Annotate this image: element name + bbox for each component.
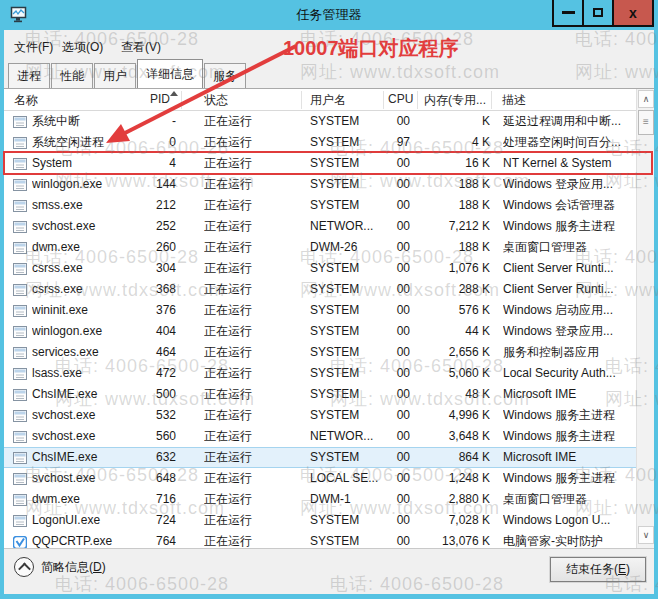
maximize-button[interactable] (582, 0, 614, 27)
status-bar: 简略信息(D) 结束任务(E) (4, 548, 654, 594)
process-pid: 716 (122, 489, 176, 510)
chevron-up-icon: ∧ (643, 94, 650, 104)
process-status: 正在运行 (204, 489, 304, 510)
window-chrome: 文件(F) 选项(O) 查看(V) 进程 性能 用户 详细信息 服务 (4, 30, 654, 88)
end-task-button[interactable]: 结束任务(E) (550, 557, 646, 582)
menu-item-options[interactable]: 选项(O) (62, 39, 103, 56)
tab-details[interactable]: 详细信息 (137, 59, 203, 88)
process-memory: 7,028 K (410, 510, 490, 531)
app-window-icon (13, 347, 27, 359)
app-window-icon (13, 431, 27, 443)
scroll-down-button[interactable]: ∨ (638, 526, 654, 544)
table-row[interactable]: lsass.exe 472 正在运行 SYSTEM 00 5,060 K Loc… (4, 363, 636, 384)
app-window-icon (13, 410, 27, 422)
process-user: SYSTEM (310, 111, 384, 132)
app-window-icon (13, 158, 27, 170)
process-memory: 44 K (410, 321, 490, 342)
scrollbar-thumb[interactable]: ≡ (638, 110, 654, 135)
table-row[interactable]: winlogon.exe 404 正在运行 SYSTEM 00 44 K Win… (4, 321, 636, 342)
column-header-name[interactable]: 名称 (14, 92, 38, 109)
process-user: DWM-26 (310, 237, 384, 258)
process-desc: 桌面窗口管理器 (503, 237, 631, 258)
table-row[interactable]: wininit.exe 376 正在运行 SYSTEM 00 576 K Win… (4, 300, 636, 321)
process-desc: Windows Logon U... (503, 510, 631, 531)
process-user: SYSTEM (310, 195, 384, 216)
process-desc: Client Server Runti... (503, 258, 631, 279)
column-header-cpu[interactable]: CPU (388, 92, 413, 106)
process-user: NETWOR... (310, 216, 384, 237)
process-user: SYSTEM (310, 279, 384, 300)
column-header-status[interactable]: 状态 (204, 92, 228, 109)
process-memory: 13,076 K (410, 531, 490, 548)
tab-performance[interactable]: 性能 (51, 63, 93, 88)
table-row[interactable]: svchost.exe 252 正在运行 NETWOR... 00 7,212 … (4, 216, 636, 237)
scroll-up-button[interactable]: ∧ (638, 90, 654, 108)
table-row[interactable]: LogonUI.exe 724 正在运行 SYSTEM 00 7,028 K W… (4, 510, 636, 531)
table-row[interactable]: 系统空闲进程 0 正在运行 SYSTEM 97 4 K 处理器空闲时间百分... (4, 132, 636, 153)
process-memory: 864 K (410, 448, 490, 467)
menu-item-file[interactable]: 文件(F) (14, 39, 53, 56)
process-desc: Windows 服务主进程 (503, 405, 631, 426)
process-status: 正在运行 (204, 468, 304, 489)
table-row[interactable]: svchost.exe 648 正在运行 LOCAL SE... 00 1,24… (4, 468, 636, 489)
process-user: SYSTEM (310, 300, 384, 321)
table-row[interactable]: winlogon.exe 144 正在运行 SYSTEM 00 188 K Wi… (4, 174, 636, 195)
process-status: 正在运行 (204, 405, 304, 426)
chevron-up-icon (18, 562, 31, 575)
table-row[interactable]: dwm.exe 260 正在运行 DWM-26 00 188 K 桌面窗口管理器 (4, 237, 636, 258)
table-row[interactable]: svchost.exe 560 正在运行 NETWOR... 00 3,648 … (4, 426, 636, 447)
table-row[interactable]: services.exe 464 正在运行 SYSTEM 00 2,656 K … (4, 342, 636, 363)
process-user: NETWOR... (310, 426, 384, 447)
process-memory: 188 K (410, 174, 490, 195)
table-row[interactable]: csrss.exe 368 正在运行 SYSTEM 00 288 K Clien… (4, 279, 636, 300)
process-pid: 464 (122, 342, 176, 363)
table-row[interactable]: QQPCRTP.exe 764 正在运行 SYSTEM 00 13,076 K … (4, 531, 636, 548)
process-cpu: 00 (376, 258, 410, 279)
fewer-details-toggle[interactable]: 简略信息(D) (14, 557, 106, 577)
table-row[interactable]: smss.exe 212 正在运行 SYSTEM 00 188 K Window… (4, 195, 636, 216)
process-pid: 376 (122, 300, 176, 321)
column-header-desc[interactable]: 描述 (502, 92, 526, 109)
column-header-pid[interactable]: PID (150, 92, 170, 106)
process-desc: Windows 服务主进程 (503, 426, 631, 447)
process-desc: 桌面窗口管理器 (503, 489, 631, 510)
column-header-user[interactable]: 用户名 (310, 92, 346, 109)
table-row[interactable]: 系统中断 - 正在运行 SYSTEM 00 K 延迟过程调用和中断... (4, 111, 636, 132)
process-user: SYSTEM (310, 405, 384, 426)
table-row[interactable]: ChsIME.exe 632 正在运行 SYSTEM 00 864 K Micr… (4, 447, 636, 468)
process-memory: 7,212 K (410, 216, 490, 237)
table-row[interactable]: dwm.exe 716 正在运行 DWM-1 00 2,880 K 桌面窗口管理… (4, 489, 636, 510)
process-cpu: 00 (376, 300, 410, 321)
minimize-button[interactable] (552, 0, 584, 27)
app-window-icon (13, 116, 27, 128)
tab-users[interactable]: 用户 (94, 63, 136, 88)
process-memory: 3,648 K (410, 426, 490, 447)
menu-item-view[interactable]: 查看(V) (121, 39, 161, 56)
vertical-scrollbar[interactable]: ∧ ≡ ∨ (636, 89, 654, 548)
process-cpu: 00 (376, 510, 410, 531)
process-desc: Windows 服务主进程 (503, 468, 631, 489)
tab-processes[interactable]: 进程 (8, 63, 50, 88)
process-pid: 560 (122, 426, 176, 447)
table-row[interactable]: csrss.exe 304 正在运行 SYSTEM 00 1,076 K Cli… (4, 258, 636, 279)
app-window-icon (13, 473, 27, 485)
process-pid: 368 (122, 279, 176, 300)
app-window-icon (13, 263, 27, 275)
process-user: SYSTEM (310, 153, 384, 174)
app-window-icon (13, 179, 27, 191)
column-header-memory[interactable]: 内存(专用... (424, 92, 486, 109)
process-user: SYSTEM (310, 448, 384, 467)
process-memory: 4 K (410, 132, 490, 153)
app-window-icon (13, 515, 27, 527)
process-pid: - (122, 111, 176, 132)
process-desc: NT Kernel & System (503, 153, 631, 174)
process-cpu: 00 (376, 216, 410, 237)
table-row[interactable]: svchost.exe 532 正在运行 SYSTEM 00 4,996 K W… (4, 405, 636, 426)
process-status: 正在运行 (204, 132, 304, 153)
tab-services[interactable]: 服务 (204, 63, 246, 88)
table-row[interactable]: System 4 正在运行 SYSTEM 00 16 K NT Kernel &… (4, 153, 636, 174)
close-button[interactable]: x (612, 0, 654, 27)
process-pid: 500 (122, 384, 176, 405)
table-row[interactable]: ChsIME.exe 500 正在运行 SYSTEM 00 48 K Micro… (4, 384, 636, 405)
process-user: SYSTEM (310, 510, 384, 531)
